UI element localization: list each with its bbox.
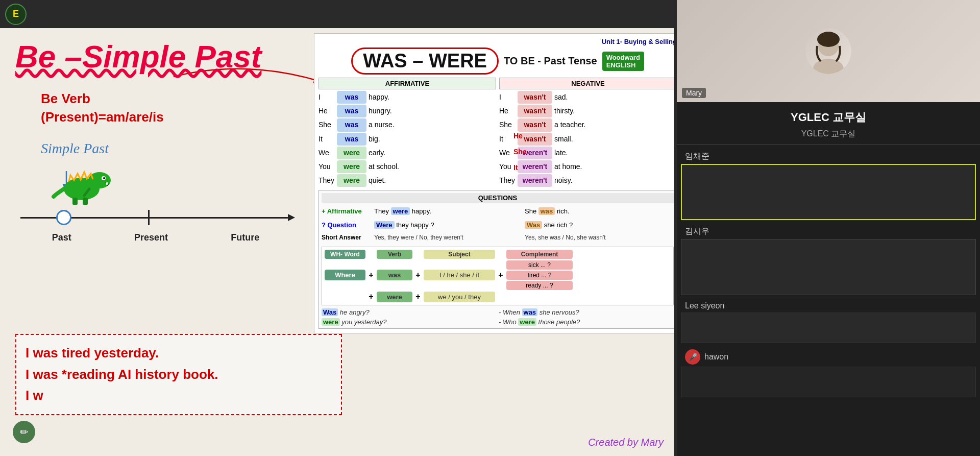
- pencil-icon: ✏: [20, 426, 29, 438]
- bq-3: - When was she nervous?: [499, 308, 674, 316]
- text-line-3: I w: [26, 385, 332, 406]
- wh-header: WH- Word: [325, 250, 365, 259]
- be-verb-subtitle: Be Verb (Present)=am/are/is: [41, 89, 164, 127]
- bq-1: Was he angry?: [322, 308, 497, 316]
- text-line-2: I was *reading AI history book.: [26, 364, 332, 386]
- room-subtitle: YGLEC 교무실: [677, 128, 980, 145]
- mute-icon: 🎤: [685, 349, 700, 365]
- participant-name-2: 김시우: [681, 224, 976, 239]
- affirmative-section: AFFIRMATIVE Iwashappy. Hewashungry. Shew…: [318, 78, 496, 187]
- complement-header: Complement: [506, 250, 573, 259]
- woodward-badge: WoodwardENGLISH: [602, 52, 644, 71]
- aff-ex1: They were happy.: [374, 205, 523, 217]
- was-were-chart: Unit 1- Buying & Selling WAS – WERE TO B…: [314, 33, 674, 333]
- q-ex2: Was she rich ?: [525, 219, 674, 231]
- aff-ex2: She was rich.: [525, 205, 674, 217]
- right-panel: Mary YGLEC 교무실 YGLEC 교무실 임채준 김시우 Lee siy…: [677, 0, 980, 456]
- bq-4: - Who were those people?: [499, 318, 674, 326]
- mary-video: Mary: [677, 0, 980, 102]
- short-answer-label: Short Answer: [322, 232, 373, 244]
- logo: E: [5, 4, 27, 25]
- simple-past-label: Simple Past: [41, 140, 109, 157]
- bq-2: were you yesterday?: [322, 318, 497, 326]
- participant-video-1: [681, 164, 976, 220]
- was-were-title: WAS – WERE: [351, 47, 499, 75]
- past-label: Past: [52, 232, 71, 243]
- present-label: Present: [134, 232, 168, 243]
- verb-header: Verb: [377, 250, 412, 259]
- participant-item: 🎤 hawon: [681, 347, 976, 397]
- main-slide-area: E ✕ ✕: [0, 0, 674, 456]
- svg-point-12: [817, 32, 840, 47]
- q-ex1: Were they happy ?: [374, 219, 523, 231]
- participant-video-3: [681, 313, 976, 343]
- bottom-questions: Was he angry? - When was she nervous? we…: [322, 308, 674, 326]
- to-be-label: TO BE - Past Tense: [504, 55, 597, 67]
- negative-header: NEGATIVE: [499, 78, 674, 89]
- wh-was: was: [377, 270, 412, 280]
- wh-table: WH- Word Verb Subject Complement Where +…: [322, 247, 674, 305]
- complement-ready: ready ... ?: [506, 281, 573, 290]
- complement-tired: tired ... ?: [506, 271, 573, 280]
- complement-sick: sick ... ?: [506, 260, 573, 270]
- created-by: Created by Mary: [588, 437, 664, 448]
- wh-subject-1: I / he / she / it: [424, 270, 495, 280]
- wh-subject-2: we / you / they: [424, 292, 495, 302]
- svg-rect-8: [83, 198, 88, 205]
- unit-label: Unit 1- Buying & Selling: [318, 38, 674, 45]
- chart-title-row: WAS – WERE TO BE - Past Tense WoodwardEN…: [318, 47, 674, 75]
- q-label: ? Question: [322, 219, 373, 231]
- mary-name-label: Mary: [682, 88, 706, 98]
- participant-name-4: hawon: [704, 352, 728, 362]
- logo-letter: E: [13, 9, 19, 19]
- questions-header: QUESTIONS: [322, 193, 674, 203]
- participant-item: 김시우: [681, 224, 976, 295]
- mary-video-feed: [677, 0, 980, 102]
- top-bar: E: [0, 0, 674, 28]
- participant-item: 임채준: [681, 149, 976, 220]
- edit-button[interactable]: ✏: [13, 421, 35, 443]
- timeline-tick: [148, 210, 150, 225]
- slide-title: Be –Simple Past: [15, 38, 261, 75]
- participant-name-1: 임채준: [681, 149, 976, 164]
- svg-point-5: [103, 177, 105, 179]
- dino-area: [51, 156, 112, 207]
- participant-video-2: [681, 239, 976, 295]
- svg-rect-7: [72, 198, 78, 205]
- be-word: Be –Simple Past: [15, 39, 261, 74]
- future-label: Future: [231, 232, 259, 243]
- aff-verb-was-1: was: [337, 91, 366, 104]
- aff-label: + Affirmative: [322, 205, 373, 217]
- participant-list[interactable]: 임채준 김시우 Lee siyeon 🎤 hawon: [677, 145, 980, 456]
- wh-were: were: [377, 292, 412, 302]
- short-answer-1: Yes, they were / No, they weren't: [374, 232, 523, 244]
- wh-where: Where: [325, 270, 365, 280]
- affirmative-header: AFFIRMATIVE: [318, 78, 496, 89]
- svg-rect-6: [106, 182, 108, 185]
- questions-section: QUESTIONS + Affirmative They were happy.…: [318, 190, 674, 328]
- timeline-circle: [56, 210, 71, 225]
- svg-point-11: [813, 59, 844, 74]
- timeline-labels: Past Present Future: [20, 232, 291, 243]
- aff-subj-I: I: [318, 91, 335, 104]
- short-answer-2: Yes, she was / No, she wasn't: [525, 232, 674, 244]
- participant-item: Lee siyeon: [681, 299, 976, 343]
- he-she-it-annotation: He She It: [513, 128, 527, 175]
- participant-name-3: Lee siyeon: [681, 299, 976, 313]
- subject-header: Subject: [424, 250, 495, 259]
- participant-video-4: [681, 367, 976, 397]
- room-title: YGLEC 교무실: [677, 102, 980, 128]
- slide-area: ✕ ✕ Be –Simple Past Be Verb (Present)=am…: [0, 28, 674, 456]
- text-exercise-box[interactable]: I was tired yesterday. I was *reading AI…: [15, 334, 342, 415]
- text-line-1: I was tired yesterday.: [26, 343, 332, 364]
